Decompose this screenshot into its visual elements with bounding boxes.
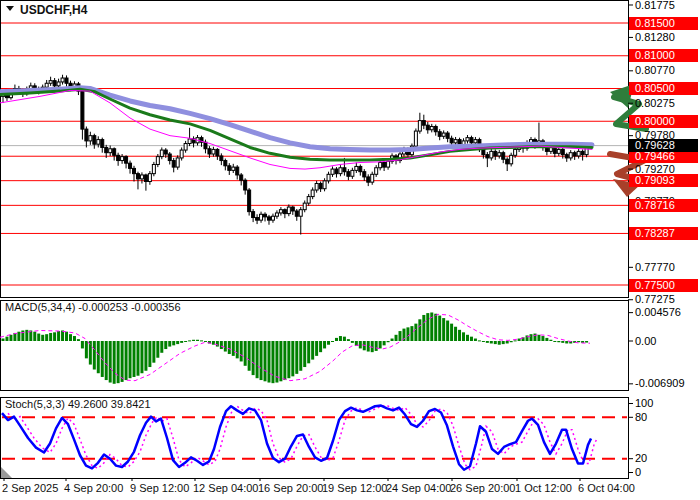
macd-histogram-bar	[216, 341, 219, 347]
macd-histogram-bar	[406, 327, 409, 341]
macd-histogram-bar	[561, 341, 564, 343]
candle-body	[53, 81, 56, 86]
candle-body	[470, 138, 473, 143]
macd-histogram-bar	[291, 341, 294, 376]
macd-histogram-bar	[133, 341, 136, 377]
macd-histogram-bar	[331, 341, 334, 342]
candle-body	[379, 163, 382, 168]
macd-histogram-bar	[537, 335, 540, 341]
macd-histogram-bar	[152, 341, 155, 363]
candle-body	[136, 174, 139, 179]
macd-histogram-bar	[347, 339, 350, 341]
candle-body	[299, 210, 302, 217]
candle-body	[236, 167, 239, 175]
macd-histogram-bar	[17, 332, 20, 341]
macd-histogram-bar	[45, 334, 48, 341]
candle-body	[256, 218, 259, 221]
macd-histogram-bar	[410, 326, 413, 341]
candle-body	[220, 156, 223, 161]
macd-histogram-bar	[264, 341, 267, 381]
candle-body	[581, 151, 584, 154]
candle-body	[133, 168, 136, 173]
candle-body	[232, 167, 235, 170]
candle-body	[498, 153, 501, 156]
macd-histogram-bar	[510, 341, 513, 342]
macd-histogram-bar	[466, 335, 469, 341]
macd-histogram-bar	[545, 338, 548, 341]
macd-histogram-bar	[160, 341, 163, 353]
chart-canvas[interactable]	[0, 0, 700, 500]
candle-body	[140, 175, 143, 179]
macd-histogram-bar	[53, 332, 56, 341]
macd-histogram-bar	[327, 341, 330, 345]
candle-body	[176, 158, 179, 167]
candle-body	[275, 213, 278, 216]
macd-histogram-bar	[113, 341, 116, 384]
macd-histogram-bar	[184, 341, 187, 342]
candle-body	[347, 172, 350, 177]
macd-histogram-bar	[148, 341, 151, 367]
macd-histogram-bar	[260, 341, 263, 380]
candle-body	[510, 155, 513, 164]
candle-body	[291, 207, 294, 211]
candle-body	[164, 150, 167, 154]
macd-histogram-bar	[498, 341, 501, 345]
macd-histogram-bar	[97, 341, 100, 373]
candle-body	[339, 168, 342, 174]
macd-histogram-bar	[180, 341, 183, 343]
macd-histogram-bar	[140, 341, 143, 373]
candle-body	[343, 168, 346, 172]
macd-histogram-bar	[244, 341, 247, 366]
candle-body	[561, 149, 564, 154]
macd-histogram-bar	[315, 341, 318, 356]
macd-histogram-bar	[577, 341, 580, 342]
candle-body	[93, 136, 96, 145]
macd-histogram-bar	[232, 341, 235, 356]
macd-histogram-bar	[514, 340, 517, 341]
candle-body	[228, 166, 231, 171]
candle-body	[129, 163, 132, 168]
macd-histogram-bar	[343, 337, 346, 341]
macd-histogram-bar	[335, 338, 338, 341]
macd-histogram-bar	[553, 341, 556, 342]
candle-body	[494, 151, 497, 156]
candle-body	[359, 166, 362, 171]
candle-body	[121, 157, 124, 161]
candle-body	[283, 210, 286, 214]
candle-body	[160, 150, 163, 157]
candle-body	[438, 132, 441, 137]
macd-histogram-bar	[248, 341, 251, 371]
macd-histogram-bar	[319, 341, 322, 352]
candle-body	[279, 210, 282, 213]
macd-histogram-bar	[323, 341, 326, 348]
macd-histogram-bar	[172, 341, 175, 345]
candle-body	[224, 161, 227, 166]
candle-body	[267, 217, 270, 220]
candle-body	[569, 153, 572, 158]
macd-histogram-bar	[228, 341, 231, 354]
macd-histogram-bar	[351, 341, 354, 343]
macd-histogram-bar	[37, 334, 40, 341]
macd-histogram-bar	[307, 341, 310, 363]
macd-histogram-bar	[502, 341, 505, 344]
candle-body	[85, 129, 88, 141]
macd-histogram-bar	[129, 341, 132, 378]
macd-histogram-bar	[434, 314, 437, 341]
candle-body	[414, 131, 417, 146]
candle-body	[152, 164, 155, 173]
macd-histogram-bar	[418, 319, 421, 341]
macd-histogram-bar	[458, 330, 461, 341]
candle-body	[303, 203, 306, 210]
macd-histogram-bar	[2, 339, 5, 341]
macd-histogram-bar	[117, 341, 120, 383]
macd-histogram-bar	[252, 341, 255, 375]
macd-histogram-bar	[422, 315, 425, 341]
candle-body	[466, 138, 469, 141]
macd-histogram-bar	[77, 339, 80, 341]
candle-body	[351, 170, 354, 176]
candle-body	[422, 121, 425, 126]
candle-body	[363, 172, 366, 177]
macd-histogram-bar	[156, 341, 159, 358]
macd-histogram-bar	[482, 341, 485, 342]
candle-body	[208, 149, 211, 154]
